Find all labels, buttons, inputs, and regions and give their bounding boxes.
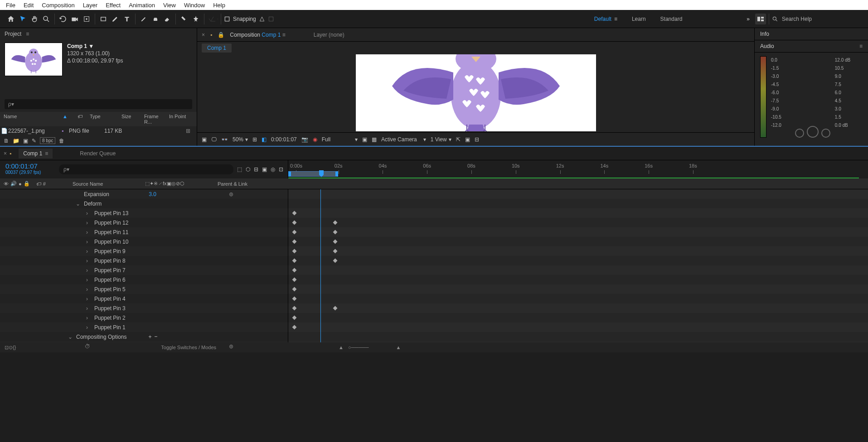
text-tool-icon[interactable] xyxy=(121,14,132,24)
tl-icon[interactable]: ⊡ xyxy=(5,345,9,351)
comp-subtab[interactable]: Comp 1 xyxy=(202,43,232,53)
zoom-in-icon[interactable]: ▲ xyxy=(396,345,401,350)
project-search[interactable]: ρ▾ xyxy=(5,99,192,109)
motion-blur-icon[interactable]: ▣ xyxy=(262,166,267,173)
zoom-out-icon[interactable]: ▲ xyxy=(339,345,344,350)
solo-toggle-icon[interactable]: ● xyxy=(19,181,22,187)
more-workspaces-icon[interactable]: » xyxy=(747,16,750,22)
timeline-property[interactable]: ›Puppet Pin 3 xyxy=(0,303,288,313)
time-ruler[interactable]: 0:00s02s04s06s08s10s12s14s16s18s xyxy=(288,160,868,178)
audio-knob-left[interactable] xyxy=(795,129,804,138)
keyframe[interactable] xyxy=(292,259,297,263)
keyframe[interactable] xyxy=(333,249,338,254)
timeline-property[interactable]: ›Puppet Pin 1 xyxy=(0,322,288,332)
current-time[interactable]: 0:00:01:07 xyxy=(271,136,297,143)
timeline-property[interactable]: ›Puppet Pin 8 xyxy=(0,256,288,265)
keyframe[interactable] xyxy=(292,221,297,225)
timeline-property[interactable]: ›Puppet Pin 9 xyxy=(0,246,288,256)
work-area[interactable] xyxy=(288,171,338,177)
interpret-footage-icon[interactable]: 🗎 xyxy=(4,138,9,144)
keyframe[interactable] xyxy=(292,297,297,301)
puppet-pin-tool-icon[interactable] xyxy=(190,14,201,24)
snapping-toggle[interactable]: Snapping xyxy=(224,16,274,22)
comp-thumbnail[interactable] xyxy=(5,43,63,76)
keyframe[interactable] xyxy=(292,240,297,244)
source-name-column[interactable]: Source Name xyxy=(54,178,145,189)
timeline-property[interactable]: ›Puppet Pin 4 xyxy=(0,294,288,303)
3d-icon[interactable]: ⬡ xyxy=(246,166,250,173)
timeline-property[interactable]: ›Puppet Pin 7 xyxy=(0,265,288,275)
timeline-property[interactable]: ›Puppet Pin 5 xyxy=(0,284,288,294)
pixel-aspect-icon[interactable]: ▣ xyxy=(465,136,470,143)
roi-icon[interactable]: ▣ xyxy=(362,136,367,143)
timeline-comp-tab[interactable]: Comp 1 ≡ xyxy=(19,149,53,159)
new-folder-icon[interactable]: 📁 xyxy=(13,138,19,144)
menu-file[interactable]: File xyxy=(2,2,19,9)
timeline-property[interactable]: ›Puppet Pin 2 xyxy=(0,313,288,322)
zoom-tool-icon[interactable] xyxy=(41,14,52,24)
shy-icon[interactable]: ⬚ xyxy=(237,166,242,173)
panel-menu-icon[interactable]: ≡ xyxy=(26,31,29,37)
playhead[interactable] xyxy=(319,170,325,177)
timeline-property[interactable]: ›Puppet Pin 6 xyxy=(0,275,288,284)
timeline-track-area[interactable] xyxy=(288,189,868,342)
trash-icon[interactable]: 🗑 xyxy=(59,138,64,144)
timeline-property[interactable]: ⌄Deform xyxy=(0,199,288,208)
keyframe[interactable] xyxy=(333,230,338,235)
workspace-settings-icon[interactable] xyxy=(755,14,766,24)
project-file-row[interactable]: 📄 222567-_1.png ▪ PNG file 117 KB ⊞ xyxy=(0,126,197,135)
workspace-default[interactable]: Default ≡ xyxy=(594,16,617,22)
menu-effect[interactable]: Effect xyxy=(102,2,125,9)
snapshot-icon[interactable]: 📷 xyxy=(301,136,308,143)
menu-layer[interactable]: Layer xyxy=(79,2,102,9)
mask-icon[interactable]: ◧ xyxy=(262,136,267,143)
menu-view[interactable]: View xyxy=(159,2,180,9)
timeline-property[interactable]: ›Puppet Pin 10 xyxy=(0,237,288,246)
menu-help[interactable]: Help xyxy=(209,2,229,9)
always-preview-icon[interactable]: ▣ xyxy=(202,136,207,143)
render-queue-tab[interactable]: Render Queue xyxy=(80,150,116,157)
view-dropdown[interactable]: 1 View ▾ xyxy=(431,136,451,143)
tl-icon[interactable]: {} xyxy=(13,345,16,350)
share-view-icon[interactable]: ⇱ xyxy=(456,136,461,143)
timeline-property[interactable]: ›Puppet Pin 12 xyxy=(0,218,288,227)
keyframe[interactable] xyxy=(292,316,297,320)
tl-icon[interactable]: ⊙ xyxy=(9,345,13,351)
timeline-property[interactable]: ⌄Compositing Options＋ − xyxy=(0,332,288,341)
audio-knob-right[interactable] xyxy=(821,129,830,138)
video-toggle-icon[interactable]: 👁 xyxy=(4,181,9,187)
goggles-icon[interactable]: 👓 xyxy=(221,136,228,143)
info-panel-header[interactable]: Info xyxy=(755,28,868,40)
resolution-dropdown[interactable]: Full ▾ xyxy=(322,136,358,143)
comp-tab[interactable]: Composition Comp 1 ≡ xyxy=(230,32,285,38)
brush-tool-icon[interactable] xyxy=(138,14,149,24)
home-icon[interactable] xyxy=(5,14,16,24)
roto-brush-tool-icon[interactable] xyxy=(179,14,189,24)
menu-composition[interactable]: Composition xyxy=(38,2,78,9)
keyframe[interactable] xyxy=(292,230,297,235)
lock-icon[interactable]: 🔒 xyxy=(218,32,224,38)
comp-viewer[interactable] xyxy=(197,54,754,132)
workspace-learn[interactable]: Learn xyxy=(632,16,646,22)
hand-tool-icon[interactable] xyxy=(29,14,40,24)
timeline-property[interactable]: ›Puppet Pin 11 xyxy=(0,227,288,237)
bpc-toggle[interactable]: 8 bpc xyxy=(40,137,55,144)
timeline-icon[interactable]: ⊟ xyxy=(475,136,479,143)
clone-stamp-tool-icon[interactable] xyxy=(150,14,161,24)
grid-icon[interactable]: ⊞ xyxy=(252,136,257,143)
keyframe[interactable] xyxy=(292,249,297,254)
keyframe[interactable] xyxy=(292,211,297,216)
rotate-tool-icon[interactable] xyxy=(58,14,68,24)
camera-dropdown[interactable]: Active Camera ▾ xyxy=(381,136,426,143)
display-icon[interactable]: 🖵 xyxy=(211,136,217,143)
keyframe[interactable] xyxy=(292,278,297,282)
transparency-grid-icon[interactable]: ▦ xyxy=(372,136,377,143)
timeline-property[interactable]: Expansion3.0⊚ xyxy=(0,189,288,199)
keyframe[interactable] xyxy=(333,221,338,225)
graph-editor-icon[interactable]: ◎ xyxy=(271,166,275,173)
flowchart-icon[interactable]: ⊞ xyxy=(186,128,190,134)
close-tab-icon[interactable]: × xyxy=(4,150,7,157)
audio-knob-master[interactable] xyxy=(807,126,819,138)
channel-icon[interactable]: ◉ xyxy=(313,136,317,143)
rectangle-tool-icon[interactable] xyxy=(98,14,109,24)
